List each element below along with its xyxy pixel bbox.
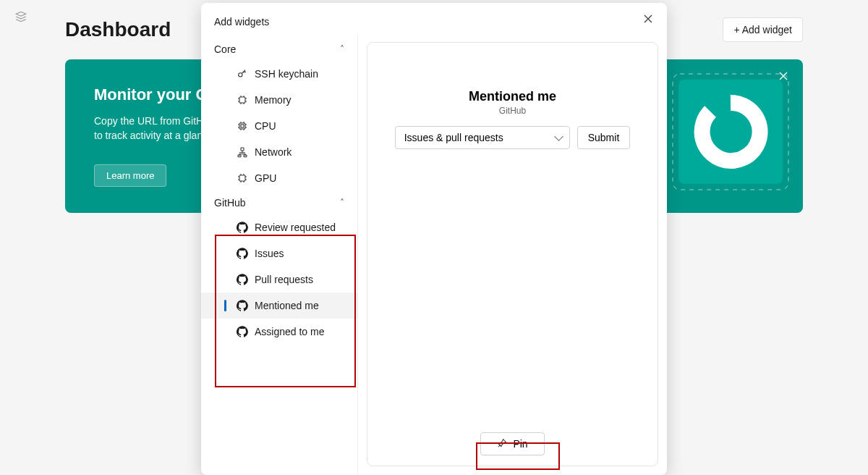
section-github-label: GitHub (214, 197, 246, 209)
preview-title: Mentioned me (382, 89, 643, 104)
pin-icon (497, 438, 507, 450)
dropdown-value: Issues & pull requests (404, 132, 503, 143)
section-github[interactable]: GitHub ˄ (201, 191, 357, 214)
github-icon (236, 325, 249, 338)
widget-item-cpu[interactable]: CPU (201, 113, 357, 139)
widget-item-label: Memory (255, 94, 292, 106)
svg-rect-6 (241, 148, 244, 151)
widget-item-mentioned-me[interactable]: Mentioned me (201, 293, 357, 319)
preview-subtitle: GitHub (382, 106, 643, 116)
svg-rect-7 (238, 155, 241, 157)
svg-rect-3 (239, 97, 245, 103)
svg-rect-9 (239, 175, 245, 181)
widget-item-label: Mentioned me (255, 300, 319, 311)
chevron-up-icon: ˄ (340, 44, 344, 54)
widget-item-label: Pull requests (255, 274, 313, 285)
widget-item-label: Network (255, 146, 292, 158)
pin-label: Pin (513, 438, 527, 450)
widget-item-label: CPU (255, 120, 276, 132)
network-icon (236, 146, 249, 159)
preview-type-dropdown[interactable]: Issues & pull requests (395, 126, 570, 149)
widget-item-pull-requests[interactable]: Pull requests (201, 266, 357, 293)
github-icon (236, 299, 249, 312)
submit-button[interactable]: Submit (577, 126, 631, 149)
github-icon (236, 221, 249, 234)
widget-item-memory[interactable]: Memory (201, 87, 357, 113)
section-core-label: Core (214, 43, 236, 55)
widget-list: Core ˄ SSH keychain Memory CPU Net (201, 35, 357, 475)
chevron-up-icon: ˄ (340, 198, 344, 208)
widget-item-review-requested[interactable]: Review requested (201, 214, 357, 240)
widget-preview-pane: Mentioned me GitHub Issues & pull reques… (357, 35, 667, 475)
dialog-close-button[interactable] (644, 13, 652, 25)
widget-item-gpu[interactable]: GPU (201, 165, 357, 191)
pin-button[interactable]: Pin (480, 432, 544, 455)
add-widgets-dialog: Add widgets Core ˄ SSH keychain Memory (201, 3, 667, 475)
widget-item-label: GPU (255, 172, 276, 184)
widget-item-label: SSH keychain (255, 68, 318, 80)
chip-icon (236, 119, 249, 133)
chip-icon (236, 172, 249, 185)
dialog-title: Add widgets (201, 3, 667, 35)
widget-item-label: Assigned to me (255, 326, 325, 337)
widget-item-issues[interactable]: Issues (201, 240, 357, 266)
svg-point-2 (239, 73, 242, 77)
github-icon (236, 247, 249, 260)
github-icon (236, 273, 249, 286)
widget-item-network[interactable]: Network (201, 139, 357, 165)
widget-item-label: Issues (255, 248, 284, 259)
chip-icon (236, 93, 249, 106)
widget-item-ssh-keychain[interactable]: SSH keychain (201, 61, 357, 87)
svg-rect-4 (239, 123, 245, 129)
widget-preview-card: Mentioned me GitHub Issues & pull reques… (367, 42, 658, 466)
svg-rect-5 (241, 125, 244, 127)
section-core[interactable]: Core ˄ (201, 38, 357, 61)
widget-item-label: Review requested (255, 222, 336, 233)
svg-rect-8 (244, 155, 247, 157)
widget-item-assigned-to-me[interactable]: Assigned to me (201, 319, 357, 345)
key-icon (236, 67, 249, 80)
